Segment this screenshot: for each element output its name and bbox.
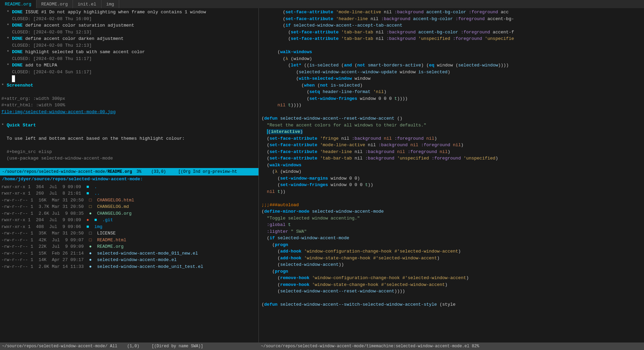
tab-init[interactable]: init.el	[73, 0, 101, 8]
tab-readme-inactive[interactable]: README.org	[36, 0, 73, 8]
left-pane: * DONE ISSUE #1 Do not apply highlightin…	[0, 8, 259, 350]
left-content[interactable]: * DONE ISSUE #1 Do not apply highlightin…	[0, 8, 258, 168]
tab-img[interactable]: img	[101, 0, 119, 8]
dired-mode-line-text: ~/source/repos/selected-window-accent-mo…	[2, 344, 203, 349]
dired-path-text: /home/jdyer/source/repos/selected-window…	[2, 177, 143, 182]
tab-bar: README.org README.org init.el img	[0, 0, 644, 8]
left-mode-line: -/source/repos/selected-window-accent-mo…	[0, 168, 258, 176]
dired-mode-line: ~/source/repos/selected-window-accent-mo…	[0, 343, 258, 350]
dired-content[interactable]: rwxr-xr-x 1 364 Jul 9 09:09 ■ . rwxr-xr-…	[0, 183, 258, 343]
right-content[interactable]: (set-face-attribute 'mode-line-active ni…	[259, 8, 644, 343]
main-area: * DONE ISSUE #1 Do not apply highlightin…	[0, 8, 644, 350]
right-pane: (set-face-attribute 'mode-line-active ni…	[259, 8, 644, 350]
tab-readme-active[interactable]: README.org	[0, 0, 36, 8]
dired-path-line: /home/jdyer/source/repos/selected-window…	[0, 176, 258, 183]
left-mode-line-text: -/source/repos/selected-window-accent-mo…	[2, 169, 237, 174]
right-mode-line-text: ~/source/repos/selected-window-accent-mo…	[261, 344, 479, 349]
right-mode-line: ~/source/repos/selected-window-accent-mo…	[259, 343, 644, 350]
